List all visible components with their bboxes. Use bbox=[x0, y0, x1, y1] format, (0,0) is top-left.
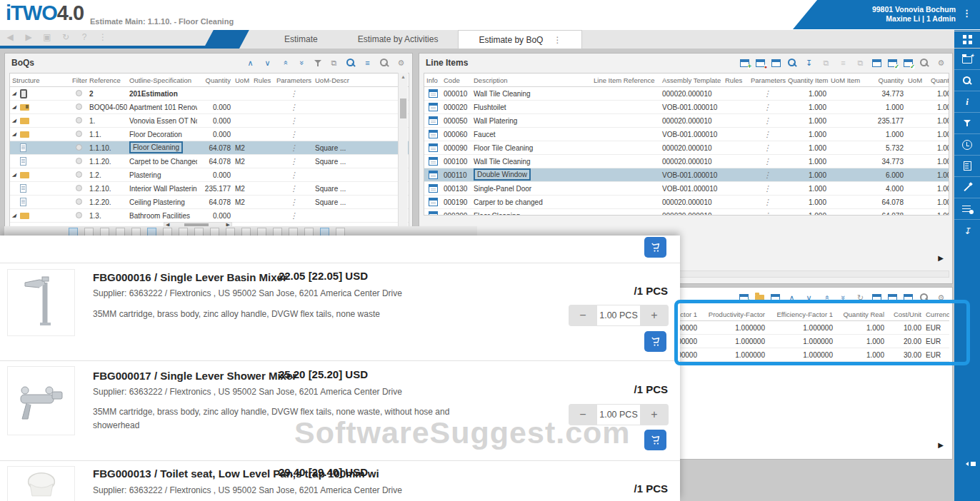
expand-all-icon[interactable]: » bbox=[296, 58, 308, 69]
list-filter-icon[interactable]: ≡ bbox=[362, 57, 373, 69]
line-item-row[interactable]: 000130 Single-Panel Door VOB-001.000010 … bbox=[424, 182, 949, 196]
sidebar-history[interactable] bbox=[954, 134, 980, 156]
line-item-info-icon[interactable] bbox=[429, 116, 438, 125]
quantity-input[interactable]: 1.00 PCS bbox=[597, 305, 640, 326]
col-parameters[interactable]: Parameters bbox=[274, 76, 313, 84]
line-item-row[interactable]: 000060 Faucet VOB-001.000010 1.000 1.000… bbox=[424, 128, 949, 141]
expander-icon[interactable] bbox=[12, 104, 18, 110]
add-to-cart-button[interactable] bbox=[644, 430, 666, 450]
col-info[interactable]: Info bbox=[424, 76, 441, 84]
col-reference[interactable]: Reference bbox=[87, 76, 127, 84]
parameters-menu-icon[interactable] bbox=[290, 103, 298, 111]
col-parameters[interactable]: Parameters bbox=[749, 76, 786, 84]
boq-row[interactable]: 1.1.20. Carpet to be Changed 64.078 M2 S… bbox=[10, 155, 409, 168]
sidebar-pin[interactable] bbox=[966, 457, 976, 470]
line-item-info-icon[interactable] bbox=[429, 211, 438, 216]
parameters-menu-icon[interactable] bbox=[764, 144, 771, 152]
scrollbar-thumb[interactable] bbox=[400, 98, 406, 118]
confirm-table-icon[interactable] bbox=[904, 59, 913, 67]
search-refresh-icon[interactable] bbox=[346, 58, 356, 68]
col-rules[interactable]: Rules bbox=[723, 76, 749, 84]
settings-gear-icon[interactable]: ⚙ bbox=[396, 57, 406, 69]
split-icon[interactable]: ⧉ bbox=[855, 57, 866, 69]
tab-estimate-by-activities[interactable]: Estimate by Activities bbox=[338, 30, 459, 49]
confirm-table-icon[interactable] bbox=[888, 59, 897, 67]
quantity-increase-button[interactable]: + bbox=[640, 305, 669, 326]
col-line-item-reference[interactable]: Line Item Reference bbox=[591, 76, 660, 84]
tab-estimate-by-boq[interactable]: Estimate by BoQ ⋮ bbox=[458, 30, 582, 49]
parameters-menu-icon[interactable] bbox=[764, 90, 771, 98]
parameters-menu-icon[interactable] bbox=[764, 117, 771, 125]
col-quantity-item[interactable]: Quantity Item bbox=[786, 76, 829, 84]
help-icon[interactable]: ? bbox=[79, 32, 90, 42]
line-item-row[interactable]: 000020 Flushtoilet VOB-001.000010 1.000 … bbox=[424, 101, 949, 114]
expander-icon[interactable] bbox=[12, 118, 18, 123]
col-description[interactable]: Description bbox=[471, 76, 591, 84]
boq-row[interactable]: 2 201Estimation bbox=[10, 87, 409, 101]
col-filter[interactable]: Filter bbox=[70, 76, 87, 84]
pane-expand-right-icon[interactable]: ▶ bbox=[938, 254, 944, 262]
line-item-row[interactable]: 000100 Wall Tile Cleaning 000020.000010 … bbox=[424, 155, 949, 168]
more-icon[interactable]: ⋮ bbox=[97, 32, 109, 42]
parameters-menu-icon[interactable] bbox=[290, 131, 298, 138]
boq-row[interactable]: 1.2.10. Interior Wall Plastering 235.177… bbox=[10, 182, 409, 196]
expander-icon[interactable] bbox=[12, 131, 18, 137]
line-item-info-icon[interactable] bbox=[429, 184, 438, 193]
col-uom-descr[interactable]: UoM-Descr bbox=[313, 76, 353, 84]
line-item-row[interactable]: 000200 Floor Cleaning 000020.000010 1.00… bbox=[424, 209, 949, 216]
li-description-focused-cell[interactable]: Double Window bbox=[474, 168, 531, 181]
parameters-menu-icon[interactable] bbox=[764, 171, 771, 179]
parameters-menu-icon[interactable] bbox=[764, 158, 771, 166]
sidebar-tasks[interactable] bbox=[954, 198, 980, 220]
sidebar-info[interactable]: i bbox=[954, 91, 980, 113]
new-window-icon[interactable]: ⧉ bbox=[329, 57, 339, 69]
back-icon[interactable]: ◀ bbox=[4, 32, 16, 42]
parameters-menu-icon[interactable] bbox=[764, 198, 771, 206]
line-item-info-icon[interactable] bbox=[429, 143, 438, 152]
quantity-decrease-button[interactable]: − bbox=[569, 404, 597, 425]
parameters-menu-icon[interactable] bbox=[290, 171, 298, 179]
sidebar-download[interactable] bbox=[954, 220, 980, 241]
expander-icon[interactable] bbox=[12, 213, 18, 218]
sidebar-apps-tile[interactable] bbox=[954, 31, 980, 48]
add-line-item-icon[interactable] bbox=[740, 59, 749, 67]
move-down-icon[interactable]: ∨ bbox=[262, 57, 273, 69]
parameters-menu-icon[interactable] bbox=[290, 144, 298, 152]
add-to-cart-button[interactable] bbox=[644, 237, 666, 258]
boq-row[interactable]: 1. Vonovia Essen OT Nord Ap... 0.000 bbox=[10, 114, 409, 128]
quantity-decrease-button[interactable]: − bbox=[569, 305, 597, 326]
parameters-menu-icon[interactable] bbox=[290, 158, 298, 166]
import-icon[interactable]: ↧ bbox=[804, 57, 814, 69]
tab-estimate[interactable]: Estimate bbox=[264, 30, 338, 49]
boq-row-selected[interactable]: 1.1.10. Floor Cleaning 64.078 M2 Square … bbox=[10, 141, 409, 155]
line-item-info-icon[interactable] bbox=[429, 130, 438, 138]
line-item-row[interactable]: 000090 Floor Tile Cleaning 000020.000010… bbox=[424, 141, 949, 155]
col-structure[interactable]: Structure bbox=[10, 76, 70, 84]
col-uom[interactable]: UoM bbox=[906, 76, 929, 84]
sidebar-filter[interactable] bbox=[954, 113, 980, 134]
search-icon[interactable] bbox=[919, 58, 929, 68]
col-rules[interactable]: Rules bbox=[251, 76, 274, 84]
move-up-icon[interactable]: ∧ bbox=[245, 57, 256, 69]
parameters-menu-icon[interactable] bbox=[290, 90, 298, 98]
sidebar-documents[interactable] bbox=[954, 156, 980, 177]
line-item-info-icon[interactable] bbox=[429, 103, 438, 111]
parameters-menu-icon[interactable] bbox=[290, 212, 298, 220]
parameters-menu-icon[interactable] bbox=[290, 185, 298, 193]
tab-menu-icon[interactable]: ⋮ bbox=[553, 31, 561, 49]
boq-spec-focused-cell[interactable]: Floor Cleaning bbox=[129, 141, 183, 153]
banner-menu-icon[interactable]: ⋮ bbox=[962, 9, 971, 18]
group-icon[interactable]: ⧉ bbox=[821, 57, 831, 69]
line-item-info-icon[interactable] bbox=[429, 171, 438, 179]
col-uom[interactable]: UoM bbox=[233, 76, 251, 84]
line-item-row-selected[interactable]: 000110 Double Window VOB-001.000010 1.00… bbox=[424, 168, 949, 182]
sidebar-wizard[interactable] bbox=[954, 177, 980, 198]
boq-row[interactable]: 1.3. Bathroom Facilities 0.000 bbox=[10, 209, 409, 223]
boq-row[interactable]: 1.1. Floor Decoration 0.000 bbox=[10, 128, 409, 141]
table-view-icon[interactable] bbox=[771, 59, 781, 67]
line-item-row[interactable]: 000010 Wall Tile Cleaning 000020.000010 … bbox=[424, 87, 949, 101]
delete-line-item-icon[interactable] bbox=[756, 59, 765, 67]
parameters-menu-icon[interactable] bbox=[764, 185, 771, 193]
col-quantity[interactable]: Quantity bbox=[197, 76, 233, 84]
line-item-row[interactable]: 000050 Wall Platering 000020.000010 1.00… bbox=[424, 114, 949, 128]
